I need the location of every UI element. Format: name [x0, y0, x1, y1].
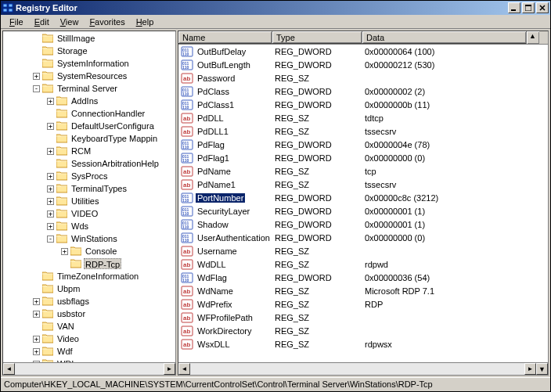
value-type: REG_SZ — [275, 260, 365, 269]
tree-item[interactable]: SessionArbitrationHelp — [5, 157, 175, 170]
list-row[interactable]: WorkDirectoryREG_SZ — [178, 324, 548, 337]
tree-item[interactable]: StillImage — [5, 32, 175, 45]
menu-favorites[interactable]: Favorites — [84, 16, 130, 27]
expand-icon[interactable]: + — [47, 173, 54, 180]
tree-item[interactable]: +VIDEO — [5, 207, 175, 220]
list-row[interactable]: ShadowREG_DWORD0x00000001 (1) — [178, 218, 548, 231]
tree-item[interactable]: -Terminal Server — [5, 82, 175, 95]
tree-item[interactable]: +WDI — [5, 358, 175, 362]
close-button[interactable] — [536, 2, 549, 13]
list-row[interactable]: PdFlagREG_DWORD0x0000004e (78) — [178, 138, 548, 151]
expand-icon[interactable]: + — [33, 361, 40, 363]
tree-h-scrollbar[interactable]: ◄ ► — [3, 362, 175, 375]
value-data: tcp — [365, 167, 529, 176]
folder-icon — [70, 259, 81, 268]
expand-icon[interactable]: + — [33, 311, 40, 318]
menu-help[interactable]: Help — [131, 16, 160, 27]
string-value-icon — [181, 179, 193, 190]
tree-item-label: usbstor — [56, 308, 87, 319]
list-row[interactable]: PdFlag1REG_DWORD0x00000000 (0) — [178, 151, 548, 164]
tree-item[interactable]: Storage — [5, 45, 175, 57]
list-row[interactable]: PdDLL1REG_SZtssecsrv — [178, 124, 548, 138]
tree-item[interactable]: +Wdf — [5, 345, 175, 358]
registry-tree[interactable]: StillImageStorageSystemInformation+Syste… — [3, 31, 175, 362]
list-row[interactable]: WdPrefixREG_SZRDP — [178, 297, 548, 311]
column-type[interactable]: Type — [272, 31, 362, 44]
expand-icon[interactable]: + — [47, 185, 54, 192]
list-row[interactable]: PdClass1REG_DWORD0x0000000b (11) — [178, 98, 548, 111]
tree-item[interactable]: +DefaultUserConfigura — [5, 120, 175, 132]
expand-icon[interactable]: + — [47, 210, 54, 218]
list-row[interactable]: UsernameREG_SZ — [178, 244, 548, 257]
tree-item[interactable]: VAN — [5, 320, 175, 333]
collapse-icon[interactable]: - — [33, 85, 40, 92]
value-data: tssecsrv — [365, 180, 529, 189]
titlebar[interactable]: Registry Editor — [1, 1, 550, 15]
maximize-button[interactable] — [522, 2, 535, 13]
tree-item[interactable]: +SystemResources — [5, 70, 175, 82]
menu-view[interactable]: View — [55, 16, 85, 27]
value-data: rdpwsx — [365, 340, 529, 349]
list-row[interactable]: SecurityLayerREG_DWORD0x00000001 (1) — [178, 204, 548, 218]
list-row[interactable]: OutBufLengthREG_DWORD0x00000212 (530) — [178, 58, 548, 71]
list-row[interactable]: WdNameREG_SZMicrosoft RDP 7.1 — [178, 284, 548, 297]
scroll-left-icon[interactable]: ◄ — [3, 363, 15, 375]
scroll-right-icon[interactable]: ► — [524, 363, 536, 375]
list-row[interactable]: PdNameREG_SZtcp — [178, 164, 548, 178]
tree-item[interactable]: KeyboardType Mappin — [5, 132, 175, 145]
expand-icon[interactable]: + — [33, 348, 40, 355]
expand-icon[interactable]: + — [61, 248, 68, 255]
expand-icon[interactable]: + — [33, 73, 40, 80]
tree-item[interactable]: +usbstor — [5, 307, 175, 320]
tree-item[interactable]: +RCM — [5, 145, 175, 157]
menu-file[interactable]: File — [4, 16, 29, 27]
tree-item[interactable]: +Utilities — [5, 195, 175, 207]
expand-icon[interactable]: + — [47, 223, 54, 230]
column-name[interactable]: Name — [178, 31, 272, 44]
folder-icon — [56, 209, 67, 218]
value-type: REG_DWORD — [275, 100, 365, 110]
expand-icon[interactable]: + — [47, 148, 54, 155]
scroll-right-icon[interactable]: ► — [164, 363, 175, 375]
list-row[interactable]: PdName1REG_SZtssecsrv — [178, 178, 548, 191]
scroll-left-icon[interactable]: ◄ — [178, 363, 190, 375]
list-row[interactable]: WdDLLREG_SZrdpwd — [178, 257, 548, 271]
expand-icon[interactable]: + — [33, 298, 40, 305]
tree-item[interactable]: ConnectionHandler — [5, 107, 175, 120]
list-row[interactable]: WdFlagREG_DWORD0x00000036 (54) — [178, 271, 548, 284]
list-row[interactable]: UserAuthenticationREG_DWORD0x00000000 (0… — [178, 231, 548, 244]
tree-item[interactable]: RDP-Tcp — [5, 257, 175, 270]
scroll-down-icon[interactable]: ▼ — [536, 363, 548, 375]
tree-item[interactable]: +SysProcs — [5, 170, 175, 182]
value-data: 0x00000212 (530) — [365, 60, 529, 70]
minimize-button[interactable] — [508, 2, 520, 13]
tree-item[interactable]: TimeZoneInformation — [5, 270, 175, 282]
expand-icon[interactable]: + — [47, 98, 54, 105]
list-row[interactable]: WsxDLLREG_SZrdpwsx — [178, 337, 548, 351]
tree-item[interactable]: Ubpm — [5, 282, 175, 295]
list-row[interactable]: PortNumberREG_DWORD0x00000c8c (3212) — [178, 191, 548, 204]
string-value-icon — [181, 166, 193, 177]
expand-icon[interactable]: + — [33, 336, 40, 343]
tree-item[interactable]: +usbflags — [5, 295, 175, 307]
tree-item[interactable]: +Wds — [5, 220, 175, 232]
menu-edit[interactable]: Edit — [29, 16, 55, 27]
list-row[interactable]: OutBufDelayREG_DWORD0x00000064 (100) — [178, 45, 548, 58]
list-h-scrollbar[interactable]: ◄ ► ▼ — [178, 362, 548, 375]
tree-item[interactable]: +Console — [5, 245, 175, 257]
list-row[interactable]: WFProfilePathREG_SZ — [178, 311, 548, 324]
tree-item[interactable]: +AddIns — [5, 95, 175, 107]
collapse-icon[interactable]: - — [47, 236, 54, 243]
scroll-up-icon[interactable] — [527, 31, 539, 44]
list-row[interactable]: PdClassREG_DWORD0x00000002 (2) — [178, 85, 548, 98]
tree-item[interactable]: -WinStations — [5, 232, 175, 245]
tree-item[interactable]: +Video — [5, 333, 175, 345]
list-row[interactable]: PdDLLREG_SZtdtcp — [178, 111, 548, 124]
tree-item[interactable]: SystemInformation — [5, 57, 175, 70]
list-row[interactable]: PasswordREG_SZ — [178, 71, 548, 85]
expand-icon[interactable]: + — [47, 123, 54, 130]
column-data[interactable]: Data — [362, 31, 527, 44]
tree-item[interactable]: +TerminalTypes — [5, 182, 175, 195]
value-list[interactable]: OutBufDelayREG_DWORD0x00000064 (100)OutB… — [178, 45, 548, 362]
expand-icon[interactable]: + — [47, 198, 54, 205]
